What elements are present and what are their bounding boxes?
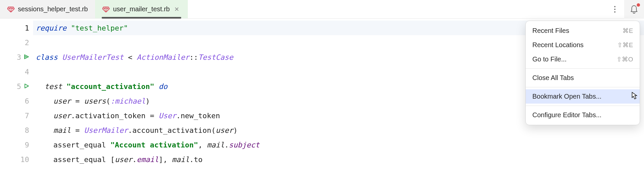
menu-shortcut: ⌘E bbox=[622, 27, 633, 35]
gutter-line[interactable]: 6 bbox=[0, 94, 33, 108]
gutter-line[interactable]: 3 bbox=[0, 50, 33, 64]
gutter-line[interactable]: 8 bbox=[0, 123, 33, 137]
code-line: assert_equal [user.email], mail.to bbox=[33, 152, 644, 167]
notifications-button[interactable] bbox=[624, 0, 644, 19]
notification-dot bbox=[637, 3, 640, 7]
menu-recent-files[interactable]: Recent Files ⌘E bbox=[526, 24, 640, 38]
context-menu: Recent Files ⌘E Recent Locations ⇧⌘E Go … bbox=[525, 21, 640, 125]
menu-separator bbox=[526, 106, 640, 106]
menu-separator bbox=[526, 87, 640, 87]
menu-label: Go to File... bbox=[532, 55, 566, 63]
menu-shortcut: ⇧⌘E bbox=[617, 41, 633, 49]
tab-bar-right bbox=[606, 0, 644, 18]
menu-recent-locations[interactable]: Recent Locations ⇧⌘E bbox=[526, 38, 640, 52]
tab-sessions-helper-test[interactable]: sessions_helper_test.rb bbox=[0, 0, 95, 18]
more-options-button[interactable] bbox=[606, 0, 624, 19]
menu-bookmark-open-tabs[interactable]: Bookmark Open Tabs... bbox=[526, 89, 640, 104]
menu-label: Recent Files bbox=[532, 27, 569, 35]
gutter-line[interactable]: 1 bbox=[0, 21, 33, 35]
gutter: 1 2 3 4 5 6 7 8 9 10 bbox=[0, 19, 33, 174]
menu-close-all-tabs[interactable]: Close All Tabs bbox=[526, 71, 640, 85]
gutter-line[interactable]: 2 bbox=[0, 35, 33, 50]
ruby-icon bbox=[7, 6, 15, 12]
kebab-icon bbox=[614, 6, 616, 13]
code-line: assert_equal "Account activation", mail.… bbox=[33, 137, 644, 152]
menu-label: Bookmark Open Tabs... bbox=[532, 93, 602, 100]
run-icon[interactable] bbox=[24, 83, 29, 90]
tab-bar: sessions_helper_test.rb user_mailer_test… bbox=[0, 0, 644, 19]
menu-label: Configure Editor Tabs... bbox=[532, 111, 602, 119]
gutter-line[interactable]: 9 bbox=[0, 137, 33, 152]
menu-shortcut: ⇧⌘O bbox=[617, 55, 633, 63]
menu-go-to-file[interactable]: Go to File... ⇧⌘O bbox=[526, 52, 640, 66]
gutter-line[interactable]: 4 bbox=[0, 64, 33, 79]
menu-separator bbox=[526, 68, 640, 69]
menu-configure-editor-tabs[interactable]: Configure Editor Tabs... bbox=[526, 108, 640, 122]
tab-label: sessions_helper_test.rb bbox=[18, 5, 88, 13]
tab-user-mailer-test[interactable]: user_mailer_test.rb ✕ bbox=[95, 0, 188, 18]
gutter-line[interactable]: 5 bbox=[0, 79, 33, 94]
close-icon[interactable]: ✕ bbox=[173, 6, 181, 13]
menu-label: Close All Tabs bbox=[532, 74, 574, 82]
ruby-icon bbox=[102, 6, 110, 12]
menu-label: Recent Locations bbox=[532, 41, 584, 49]
tab-label: user_mailer_test.rb bbox=[113, 5, 170, 13]
gutter-line[interactable]: 10 bbox=[0, 152, 33, 167]
gutter-line[interactable]: 7 bbox=[0, 108, 33, 123]
run-icon[interactable] bbox=[24, 54, 29, 61]
